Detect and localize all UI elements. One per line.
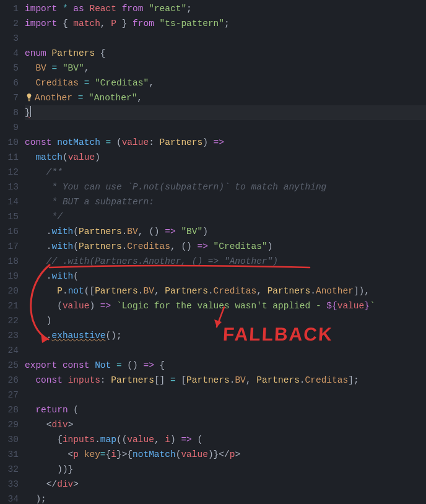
code-line[interactable]: return (	[25, 402, 426, 417]
code-token: .	[25, 241, 52, 251]
code-token: ,	[246, 375, 256, 385]
code-token: "Another"	[89, 93, 137, 103]
code-token: (	[73, 271, 79, 281]
code-token	[25, 405, 35, 415]
code-token: <	[25, 420, 52, 430]
lightbulb-icon[interactable]	[25, 92, 33, 100]
code-token: import	[25, 19, 57, 28]
code-token	[116, 4, 122, 14]
code-token: * You can use `P.not(subpattern)` to mat…	[46, 182, 326, 192]
code-token	[83, 93, 89, 103]
code-line[interactable]: {inputs.map((value, i) => (	[25, 432, 426, 447]
line-number: 2	[0, 16, 19, 31]
code-line[interactable]: enum Partners {	[25, 46, 426, 61]
code-token: exhaustive	[52, 331, 106, 341]
code-token: match	[73, 19, 100, 28]
line-number: 15	[0, 209, 19, 224]
code-line[interactable]: Another = "Another",	[25, 90, 426, 105]
code-token: >	[235, 450, 240, 459]
code-token: * BUT a subpattern:	[46, 197, 154, 207]
line-number: 24	[0, 343, 19, 358]
code-line[interactable]: .exhaustive();	[25, 328, 426, 343]
code-line[interactable]: export const Not = () => {	[25, 358, 426, 373]
code-line[interactable]: (value) => `Logic for the values wasn't …	[25, 298, 426, 313]
code-line[interactable]: BV = "BV",	[25, 61, 426, 76]
code-token: value	[127, 435, 154, 445]
code-token: /**	[46, 167, 63, 177]
code-token: not	[68, 286, 84, 296]
code-token: ;	[186, 4, 192, 14]
code-token	[25, 167, 46, 177]
code-line[interactable]: * BUT a subpattern:	[25, 194, 426, 209]
code-line[interactable]	[25, 388, 426, 402]
code-line[interactable]: .with(Partners.BV, () => "BV")	[25, 224, 426, 239]
code-token: value	[181, 450, 208, 459]
code-token: =	[170, 375, 176, 385]
code-line[interactable]: // .with(Partners.Another, () => "Anothe…	[25, 254, 426, 269]
code-token: notMatch	[133, 450, 176, 459]
code-line[interactable]: <div>	[25, 417, 426, 432]
code-line[interactable]: .with(	[25, 269, 426, 284]
code-token	[57, 63, 63, 73]
code-token: )}</	[208, 450, 230, 459]
code-line[interactable]: * You can use `P.not(subpattern)` to mat…	[25, 180, 426, 194]
code-token: (	[68, 405, 79, 415]
line-number: 26	[0, 373, 19, 388]
line-number: 8	[0, 105, 19, 120]
code-token	[25, 256, 46, 266]
code-line[interactable]: /**	[25, 165, 426, 180]
code-line[interactable]: ))}	[25, 462, 426, 477]
code-token: Partners	[52, 48, 95, 58]
code-line[interactable]: </div>	[25, 477, 426, 492]
code-token: ${	[326, 301, 337, 311]
code-token: [	[176, 375, 186, 385]
code-token: Partners	[160, 137, 203, 147]
code-line[interactable]: <p key={i}>{notMatch(value)}</p>	[25, 447, 426, 462]
code-line[interactable]: Creditas = "Creditas",	[25, 76, 426, 90]
code-token: }>{	[116, 450, 133, 459]
code-token: "ts-pattern"	[160, 19, 224, 28]
code-token: .	[25, 331, 52, 341]
code-token	[208, 241, 214, 251]
code-token: export	[25, 360, 57, 370]
code-line[interactable]	[25, 343, 426, 358]
code-token: ()	[122, 360, 144, 370]
code-line[interactable]	[25, 31, 426, 46]
code-line[interactable]	[25, 120, 426, 135]
code-token: ((	[116, 435, 127, 445]
code-token: ];	[348, 375, 359, 385]
line-number: 30	[0, 432, 19, 447]
code-token: .	[95, 435, 100, 445]
code-token	[57, 4, 63, 14]
code-token: match	[35, 152, 63, 162]
code-token: =>	[214, 137, 224, 147]
code-line[interactable]: .with(Partners.Creditas, () => "Creditas…	[25, 239, 426, 254]
code-token: )	[202, 227, 208, 237]
code-line[interactable]: )	[25, 313, 426, 328]
line-number: 12	[0, 165, 19, 180]
code-token	[25, 152, 35, 162]
code-token: notMatch	[57, 137, 100, 147]
code-token: `Logic for the values wasn't applied -	[116, 301, 326, 311]
line-number: 34	[0, 492, 19, 504]
code-token: , ()	[138, 227, 165, 237]
code-editor[interactable]: 1234567891011121314151617181920212223242…	[0, 0, 426, 504]
code-token: from	[133, 19, 154, 28]
code-token	[25, 63, 35, 73]
code-token: Partners	[95, 286, 138, 296]
code-line[interactable]: */	[25, 209, 426, 224]
code-line[interactable]: const inputs: Partners[] = [Partners.BV,…	[25, 373, 426, 388]
code-line[interactable]: const notMatch = (value: Partners) =>	[25, 135, 426, 150]
code-line[interactable]: );	[25, 492, 426, 504]
code-line[interactable]: import { match, P } from "ts-pattern";	[25, 16, 426, 31]
code-line[interactable]: import * as React from "react";	[25, 1, 426, 16]
code-token	[25, 375, 35, 385]
code-content[interactable]: import * as React from "react";import { …	[25, 0, 426, 504]
code-line[interactable]: match(value)	[25, 150, 426, 165]
code-token: {	[25, 435, 63, 445]
code-line[interactable]: P.not([Partners.BV, Partners.Creditas, P…	[25, 284, 426, 298]
code-token: {	[106, 450, 111, 459]
code-line[interactable]: }	[25, 105, 426, 120]
line-number: 31	[0, 447, 19, 462]
code-token: inputs	[63, 435, 95, 445]
